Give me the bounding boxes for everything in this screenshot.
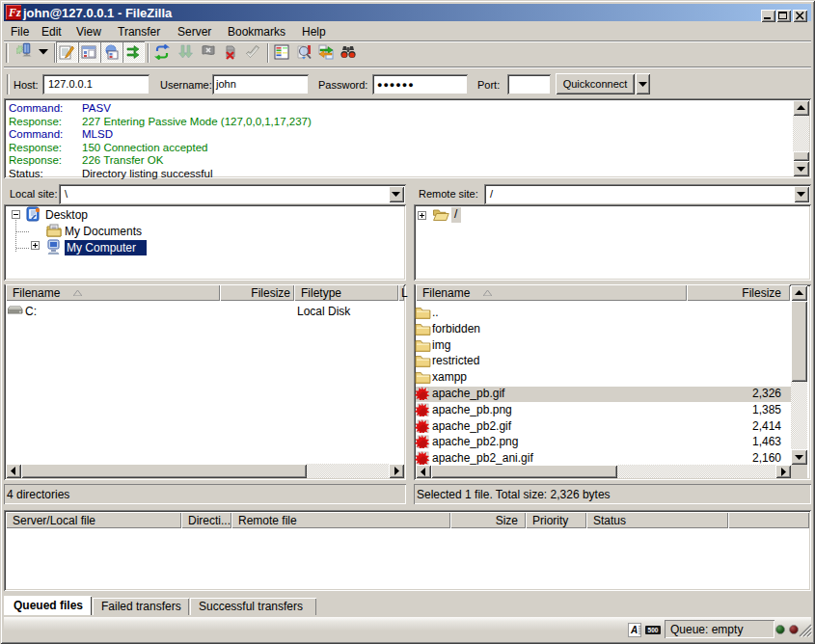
- svg-text:Fz: Fz: [8, 6, 21, 19]
